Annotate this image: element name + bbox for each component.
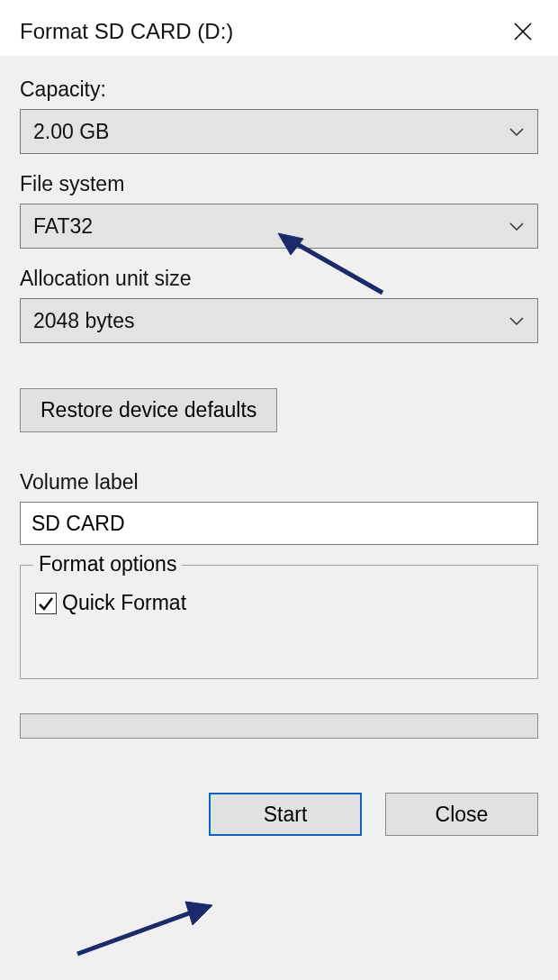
allocation-section: Allocation unit size 2048 bytes [20, 267, 538, 343]
close-button[interactable]: Close [385, 793, 538, 836]
chevron-down-icon [508, 220, 525, 232]
start-button[interactable]: Start [209, 793, 362, 836]
titlebar: Format SD CARD (D:) [0, 0, 558, 56]
quick-format-checkbox[interactable]: Quick Format [35, 591, 523, 615]
allocation-value: 2048 bytes [33, 309, 135, 333]
format-options-fieldset: Format options Quick Format [20, 565, 538, 679]
annotation-arrow-icon [70, 898, 219, 959]
capacity-dropdown[interactable]: 2.00 GB [20, 109, 538, 154]
volume-input[interactable] [20, 502, 538, 545]
restore-defaults-button[interactable]: Restore device defaults [20, 388, 277, 432]
progress-bar [20, 713, 538, 739]
button-row: Start Close [20, 793, 538, 836]
svg-marker-5 [185, 902, 212, 925]
capacity-section: Capacity: 2.00 GB [20, 77, 538, 154]
filesystem-dropdown[interactable]: FAT32 [20, 204, 538, 249]
chevron-down-icon [508, 314, 525, 327]
filesystem-label: File system [20, 172, 538, 196]
volume-section: Volume label [20, 470, 538, 545]
chevron-down-icon [508, 125, 525, 138]
svg-line-4 [77, 911, 196, 954]
checkbox-icon [35, 593, 57, 614]
capacity-label: Capacity: [20, 77, 538, 102]
capacity-value: 2.00 GB [33, 120, 109, 144]
quick-format-label: Quick Format [62, 591, 186, 615]
filesystem-section: File system FAT32 [20, 172, 538, 249]
close-icon[interactable] [508, 16, 538, 47]
volume-label: Volume label [20, 470, 538, 495]
dialog-body: Capacity: 2.00 GB File system FAT32 Allo… [0, 56, 558, 980]
filesystem-value: FAT32 [33, 214, 93, 239]
allocation-label: Allocation unit size [20, 267, 538, 291]
allocation-dropdown[interactable]: 2048 bytes [20, 298, 538, 343]
window-title: Format SD CARD (D:) [20, 19, 233, 44]
format-options-legend: Format options [33, 552, 182, 576]
